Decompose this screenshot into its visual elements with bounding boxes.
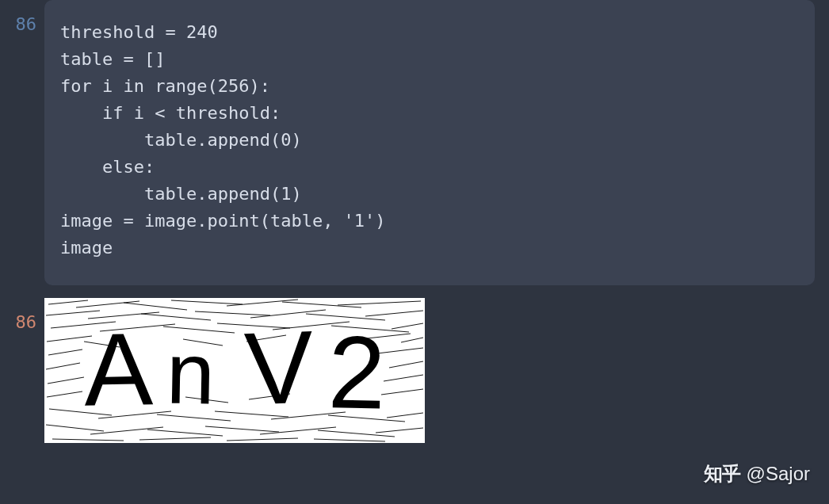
captcha-letter: V: [243, 307, 316, 428]
captcha-output-image: A n V 2: [44, 298, 425, 443]
code-line: image = image.point(table, '1'): [60, 208, 799, 235]
code-line: if i < threshold:: [60, 100, 799, 127]
code-line: image: [60, 235, 799, 262]
captcha-letter: A: [82, 309, 153, 429]
output-block: A n V 2: [44, 298, 815, 443]
code-line: table.append(1): [60, 181, 799, 208]
code-line: table.append(0): [60, 127, 799, 154]
code-line: table = []: [60, 46, 799, 73]
captcha-text-container: A n V 2: [44, 298, 425, 443]
input-cell: 86 threshold = 240 table = [] for i in r…: [0, 0, 829, 285]
watermark: 知乎 @Sajor: [704, 461, 810, 487]
code-line: else:: [60, 154, 799, 181]
output-cell-number: 86: [0, 298, 44, 336]
captcha-letter: n: [166, 322, 216, 423]
code-line: for i in range(256):: [60, 73, 799, 100]
output-cell: 86: [0, 298, 829, 443]
input-cell-number: 86: [0, 0, 44, 38]
platform-logo: 知乎: [704, 461, 740, 487]
code-block[interactable]: threshold = 240 table = [] for i in rang…: [44, 0, 815, 285]
captcha-letter: 2: [327, 312, 387, 432]
code-line: threshold = 240: [60, 19, 799, 46]
author-handle: @Sajor: [747, 463, 810, 485]
